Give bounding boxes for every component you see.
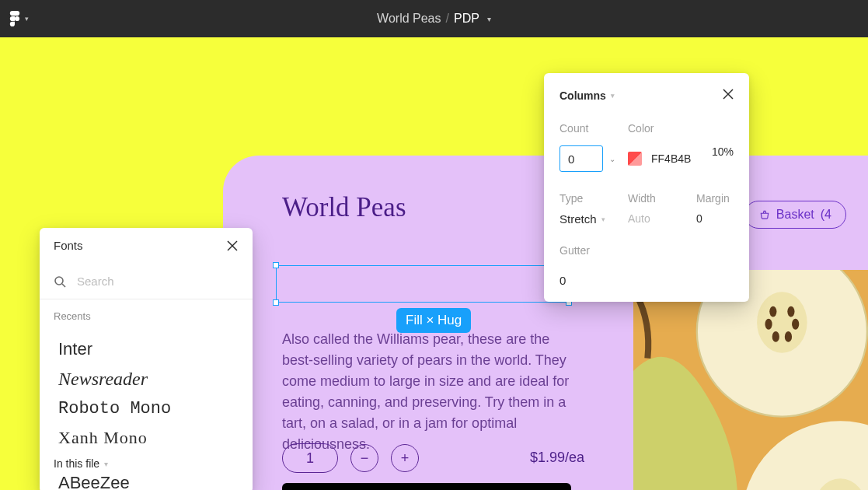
svg-point-0 (14, 16, 19, 21)
canvas[interactable]: World Peas Shop file Basket (4 Also call… (0, 37, 868, 490)
chevron-down-icon: ▾ (611, 92, 615, 100)
increment-button[interactable]: + (391, 444, 419, 472)
svg-point-7 (765, 319, 772, 330)
font-item[interactable]: Newsreader (40, 364, 253, 394)
search-icon (54, 275, 66, 288)
columns-panel[interactable]: Columns ▾ Count Color ⌄ FF4B4B 10% Type … (544, 73, 749, 302)
resize-handle[interactable] (273, 299, 279, 306)
selection-outline[interactable] (276, 265, 569, 303)
color-swatch[interactable] (628, 152, 642, 166)
in-this-file-label: In this file (54, 457, 99, 470)
recents-heading: Recents (40, 299, 253, 327)
svg-line-16 (62, 284, 65, 287)
basket-count: (4 (821, 208, 831, 222)
gutter-label: Gutter (559, 244, 628, 264)
chevron-down-icon[interactable]: ⌄ (609, 155, 615, 163)
recent-fonts-list: Inter Newsreader Roboto Mono Xanh Mono (40, 327, 253, 454)
figma-icon (9, 11, 20, 26)
svg-point-4 (757, 292, 807, 352)
close-button[interactable] (226, 240, 239, 252)
margin-value[interactable]: 0 (696, 212, 734, 226)
chevron-down-icon: ▾ (25, 15, 29, 23)
basket-icon (759, 209, 770, 220)
top-bar: ▾ World Peas / PDP ▾ (0, 0, 868, 37)
color-hex[interactable]: FF4B4B (651, 152, 691, 165)
fonts-panel-title: Fonts (54, 239, 83, 252)
quantity-display[interactable]: 1 (282, 443, 338, 473)
chevron-down-icon: ▾ (601, 215, 605, 223)
price-label: $1.99/ea (530, 450, 584, 466)
product-description: Also called the Williams pear, these are… (282, 329, 577, 455)
gutter-value[interactable]: 0 (559, 264, 628, 287)
font-search-input[interactable] (77, 275, 239, 288)
svg-point-15 (55, 277, 63, 285)
file-name[interactable]: World Peas (377, 12, 441, 26)
font-item[interactable]: ABeeZee (58, 473, 130, 490)
type-label: Type (559, 192, 628, 212)
basket-label: Basket (776, 208, 814, 222)
margin-label: Margin (696, 192, 734, 212)
chevron-down-icon[interactable]: ▾ (487, 15, 491, 23)
count-input[interactable] (559, 145, 603, 172)
chevron-down-icon: ▾ (104, 460, 108, 468)
font-item[interactable]: Inter (40, 334, 253, 364)
svg-point-10 (785, 331, 792, 342)
decrement-button[interactable]: − (350, 444, 378, 472)
file-title: World Peas / PDP ▾ (0, 12, 868, 26)
in-this-file-section[interactable]: In this file ▾ (40, 457, 253, 470)
type-select[interactable]: Stretch ▾ (559, 212, 628, 226)
svg-point-8 (792, 319, 799, 330)
count-label: Count (559, 122, 628, 142)
resize-handle[interactable] (273, 262, 279, 268)
width-label: Width (628, 192, 696, 212)
svg-point-6 (787, 306, 794, 317)
columns-title-text: Columns (559, 89, 606, 102)
autolayout-badge: Fill × Hug (396, 308, 471, 333)
breadcrumb-separator: / (446, 12, 449, 26)
page-name[interactable]: PDP (454, 12, 479, 26)
quantity-row: 1 − + (282, 443, 419, 473)
width-value: Auto (628, 212, 696, 226)
font-item[interactable]: Roboto Mono (40, 394, 253, 423)
columns-panel-title[interactable]: Columns ▾ (559, 89, 615, 102)
basket-button[interactable]: Basket (4 (744, 201, 846, 229)
color-label: Color (628, 122, 734, 142)
fonts-panel[interactable]: Fonts Recents Inter Newsreader Roboto Mo… (40, 228, 253, 490)
figma-menu[interactable]: ▾ (0, 11, 37, 26)
add-to-basket-button[interactable]: Add to basket (282, 483, 571, 490)
svg-point-5 (769, 306, 776, 317)
close-button[interactable] (723, 89, 734, 102)
svg-point-9 (772, 331, 779, 342)
quantity-value: 1 (306, 450, 314, 467)
brand-logo-text: World Peas (282, 192, 406, 223)
product-image (633, 270, 868, 490)
color-opacity[interactable]: 10% (712, 145, 734, 172)
type-value: Stretch (559, 212, 597, 226)
font-item[interactable]: Xanh Mono (40, 423, 253, 453)
